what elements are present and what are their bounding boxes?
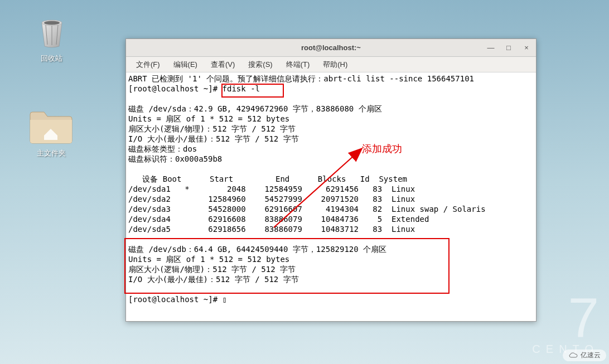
- window-title: root@localhost:~: [301, 43, 361, 52]
- menu-help[interactable]: 帮助(H): [317, 59, 353, 71]
- output-line: /dev/sda4 62916608 83886079 10484736 5 E…: [128, 215, 429, 224]
- output-line: I/O 大小(最小/最佳)：512 字节 / 512 字节: [128, 134, 299, 143]
- output-line: ABRT 已检测到 '1' 个问题。预了解详细信息请执行：abrt-cli li…: [128, 74, 474, 83]
- folder-home-icon: [27, 109, 75, 145]
- watermark-text: 亿速云: [581, 351, 601, 360]
- output-line: Units = 扇区 of 1 * 512 = 512 bytes: [128, 114, 289, 123]
- output-line: 磁盘 /dev/sda：42.9 GB, 42949672960 字节，8388…: [128, 104, 382, 113]
- output-line: [root@localhost ~]#: [128, 295, 223, 304]
- titlebar[interactable]: root@localhost:~ — □ ×: [126, 39, 536, 57]
- watermark: 亿速云: [563, 350, 606, 361]
- menu-search[interactable]: 搜索(S): [243, 59, 278, 71]
- centos-wallpaper-text: 7 CENTO: [532, 293, 599, 356]
- output-line: /dev/sda5 62918656 83886079 10483712 83 …: [128, 225, 415, 234]
- menu-view[interactable]: 查看(V): [205, 59, 240, 71]
- output-line: /dev/sda1 * 2048 12584959 6291456 83 Lin…: [128, 185, 415, 193]
- menubar: 文件(F) 编辑(E) 查看(V) 搜索(S) 终端(T) 帮助(H): [126, 57, 536, 72]
- output-line: /dev/sda2 12584960 54527999 20971520 83 …: [128, 195, 415, 203]
- highlight-newdisk: [124, 238, 450, 294]
- close-button[interactable]: ×: [520, 42, 533, 54]
- trash-icon: [35, 17, 69, 50]
- output-line: /dev/sda3 54528000 62916607 4194304 82 L…: [128, 205, 486, 213]
- svg-point-5: [44, 21, 60, 25]
- output-line: 磁盘标签类型：dos: [128, 144, 197, 153]
- centos-version: 7: [532, 293, 599, 343]
- menu-terminal[interactable]: 终端(T): [281, 59, 316, 71]
- minimize-button[interactable]: —: [485, 42, 497, 54]
- desktop-home-icon[interactable]: 主文件夹: [25, 109, 78, 158]
- output-line: 扇区大小(逻辑/物理)：512 字节 / 512 字节: [128, 124, 296, 133]
- cursor: ▯: [223, 295, 227, 304]
- cloud-icon: [568, 352, 578, 359]
- output-line: 设备 Boot Start End Blocks Id System: [128, 174, 407, 183]
- menu-edit[interactable]: 编辑(E): [168, 59, 203, 71]
- desktop-home-label: 主文件夹: [25, 148, 78, 158]
- maximize-button[interactable]: □: [502, 42, 515, 54]
- menu-file[interactable]: 文件(F): [130, 59, 166, 71]
- desktop-trash-label: 回收站: [25, 54, 78, 64]
- annotation-text: 添加成功: [362, 142, 402, 156]
- output-line: 磁盘标识符：0x000a59b8: [128, 154, 222, 163]
- highlight-command: [221, 84, 284, 98]
- desktop-trash-icon[interactable]: 回收站: [25, 17, 78, 64]
